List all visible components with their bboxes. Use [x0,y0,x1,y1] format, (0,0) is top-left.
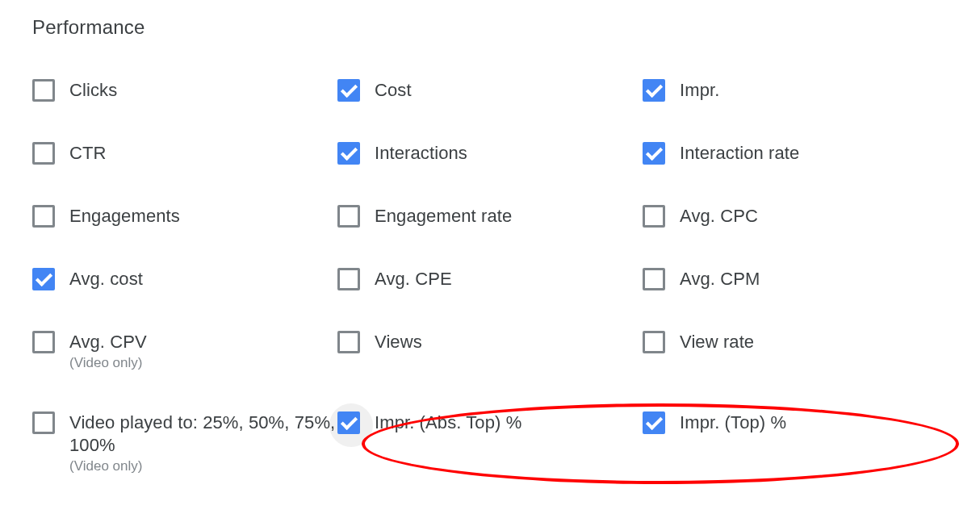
sublabel-avg-cpv: (Video only) [69,355,147,371]
label-engagement-rate: Engagement rate [375,205,512,228]
checkbox-impr-top[interactable] [643,411,665,434]
option-impr-abs-top[interactable]: Impr. (Abs. Top) % [337,411,643,474]
option-impr-top[interactable]: Impr. (Top) % [643,411,948,474]
option-view-rate[interactable]: View rate [643,331,948,371]
label-ctr: CTR [69,142,107,165]
option-avg-cpc[interactable]: Avg. CPC [643,205,948,228]
option-video-played-to[interactable]: Video played to: 25%, 50%, 75%, 100% (Vi… [32,411,337,474]
label-impr: Impr. [680,79,719,102]
label-view-rate: View rate [680,331,754,353]
label-video-played-to: Video played to: 25%, 50%, 75%, 100% [69,411,337,457]
options-grid: Clicks Cost Impr. CTR Interactions Inter… [32,79,948,474]
label-avg-cpv: Avg. CPV [69,331,147,353]
label-avg-cpe: Avg. CPE [375,268,452,290]
option-views[interactable]: Views [337,331,643,371]
checkbox-views[interactable] [337,331,360,353]
label-avg-cpc: Avg. CPC [680,205,758,228]
checkbox-engagement-rate[interactable] [337,205,360,228]
label-avg-cpm: Avg. CPM [680,268,760,290]
label-interaction-rate: Interaction rate [680,142,799,165]
checkbox-avg-cpm[interactable] [643,268,665,290]
option-engagement-rate[interactable]: Engagement rate [337,205,643,228]
checkbox-avg-cpe[interactable] [337,268,360,290]
option-avg-cpm[interactable]: Avg. CPM [643,268,948,290]
label-impr-abs-top: Impr. (Abs. Top) % [375,411,521,434]
option-avg-cpv[interactable]: Avg. CPV (Video only) [32,331,337,371]
option-interaction-rate[interactable]: Interaction rate [643,142,948,165]
checkbox-avg-cpv[interactable] [32,331,55,353]
label-impr-top: Impr. (Top) % [680,411,786,434]
checkbox-avg-cost[interactable] [32,268,55,290]
option-impr[interactable]: Impr. [643,79,948,102]
checkbox-impr[interactable] [643,79,665,102]
label-views: Views [375,331,422,353]
label-interactions: Interactions [375,142,467,165]
checkbox-interaction-rate[interactable] [643,142,665,165]
option-engagements[interactable]: Engagements [32,205,337,228]
option-avg-cost[interactable]: Avg. cost [32,268,337,290]
option-avg-cpe[interactable]: Avg. CPE [337,268,643,290]
checkbox-ctr[interactable] [32,142,55,165]
checkbox-video-played-to[interactable] [32,411,55,434]
label-engagements: Engagements [69,205,180,228]
checkbox-engagements[interactable] [32,205,55,228]
label-clicks: Clicks [69,79,117,102]
option-cost[interactable]: Cost [337,79,643,102]
checkbox-avg-cpc[interactable] [643,205,665,228]
checkbox-view-rate[interactable] [643,331,665,353]
sublabel-video-played-to: (Video only) [69,458,337,474]
option-clicks[interactable]: Clicks [32,79,337,102]
checkbox-cost[interactable] [337,79,360,102]
label-avg-cost: Avg. cost [69,268,143,290]
label-cost: Cost [375,79,412,102]
checkbox-impr-abs-top[interactable] [337,411,360,434]
section-title: Performance [32,16,948,39]
option-interactions[interactable]: Interactions [337,142,643,165]
checkbox-clicks[interactable] [32,79,55,102]
checkbox-interactions[interactable] [337,142,360,165]
option-ctr[interactable]: CTR [32,142,337,165]
